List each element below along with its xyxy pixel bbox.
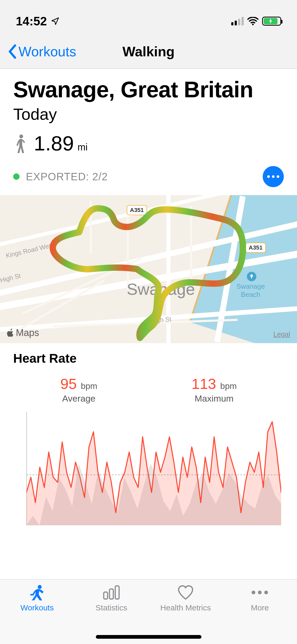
heart-icon <box>177 585 194 600</box>
distance-unit: mi <box>78 142 88 153</box>
navigation-bar: Workouts Walking <box>0 34 297 69</box>
more-icon <box>252 591 268 594</box>
hr-average-stat: 95 bpm Average <box>60 375 97 404</box>
heart-rate-chart <box>13 412 284 525</box>
date-label: Today <box>13 105 284 123</box>
cellular-signal-icon <box>231 17 244 25</box>
home-indicator[interactable] <box>96 635 201 639</box>
bar-chart-icon <box>103 585 120 600</box>
hr-max-unit: bpm <box>220 381 237 391</box>
distance-value: 1.89 <box>34 131 74 155</box>
back-button[interactable]: Workouts <box>8 44 76 59</box>
tab-label: Health Metrics <box>160 603 211 612</box>
status-bar: 14:52 <box>0 0 297 34</box>
svg-rect-5 <box>104 592 108 599</box>
city-label: Swanage <box>127 280 195 298</box>
location-services-icon <box>51 17 60 26</box>
hr-max-value: 113 <box>191 375 216 392</box>
heart-rate-title: Heart Rate <box>13 351 284 366</box>
road-label: Kings Road West <box>5 241 54 260</box>
map-minor-road <box>190 206 192 285</box>
workout-details[interactable]: Swanage, Great Britain Today 1.89 mi EXP… <box>0 69 297 579</box>
tab-label: More <box>251 603 269 612</box>
workout-summary: Swanage, Great Britain Today 1.89 mi EXP… <box>0 69 297 195</box>
svg-rect-7 <box>115 586 119 599</box>
tab-label: Workouts <box>21 603 54 612</box>
export-status-dot <box>13 173 20 180</box>
tab-bar: Workouts Statistics Health Metrics More <box>0 579 297 644</box>
wifi-icon <box>247 17 258 25</box>
hr-maximum-stat: 113 bpm Maximum <box>191 375 237 404</box>
walking-icon <box>13 134 26 153</box>
export-status-label: EXPORTED: 2/2 <box>26 171 108 183</box>
beach-label-line: Beach <box>236 291 265 299</box>
legal-link[interactable]: Legal <box>273 330 290 338</box>
apple-logo-icon <box>7 329 14 337</box>
road-shield: A351 <box>246 243 266 253</box>
hr-avg-unit: bpm <box>81 381 97 391</box>
map-minor-road <box>127 216 129 290</box>
chevron-left-icon <box>8 44 17 59</box>
tab-more[interactable]: More <box>223 584 297 644</box>
route-map[interactable]: A351 A351 Kings Road West High St High S… <box>0 195 297 343</box>
road-label: High St <box>150 315 171 324</box>
map-minor-road <box>90 200 92 253</box>
beach-label-line: Swanage <box>236 282 265 291</box>
maps-attribution: Maps <box>7 327 39 338</box>
svg-point-0 <box>252 24 254 25</box>
heart-rate-section: Heart Rate 95 bpm Average 113 bpm Maximu… <box>0 343 297 525</box>
maps-attribution-label: Maps <box>16 327 39 338</box>
road-label: High St <box>0 272 21 284</box>
running-icon <box>29 584 46 601</box>
status-time: 14:52 <box>16 14 47 28</box>
battery-icon <box>262 17 281 26</box>
more-actions-button[interactable] <box>263 166 284 187</box>
back-label: Workouts <box>18 44 76 59</box>
hr-max-label: Maximum <box>191 393 237 404</box>
tab-workouts[interactable]: Workouts <box>0 584 74 644</box>
svg-point-4 <box>38 585 42 589</box>
svg-point-1 <box>19 134 23 138</box>
beach-pin-icon <box>247 272 256 281</box>
tab-label: Statistics <box>96 603 127 612</box>
svg-rect-6 <box>110 589 114 599</box>
road-shield: A351 <box>127 205 147 215</box>
hr-avg-value: 95 <box>60 375 77 392</box>
hr-avg-label: Average <box>60 393 97 404</box>
location-title: Swanage, Great Britain <box>13 77 284 103</box>
beach-label: Swanage Beach <box>236 282 265 299</box>
